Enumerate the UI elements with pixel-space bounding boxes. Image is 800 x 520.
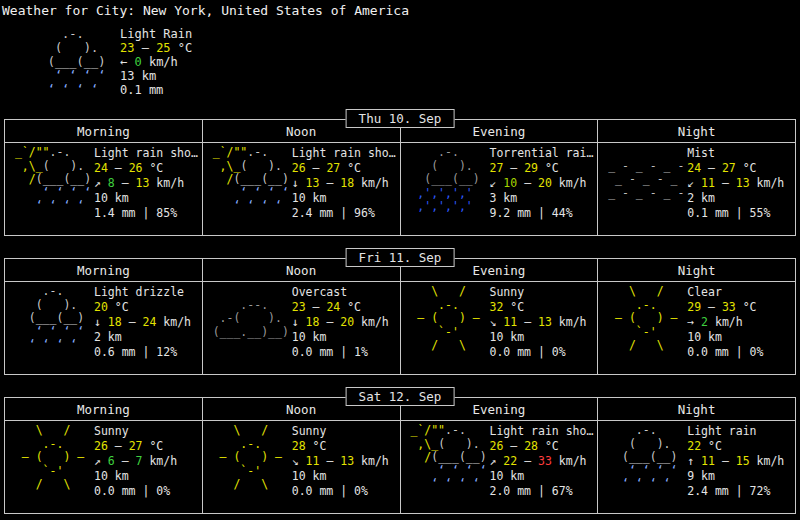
forecast-date: Sat 12. Sep	[346, 387, 455, 406]
current-condition-text: Light Rain	[120, 27, 192, 41]
period-header: Night	[598, 259, 796, 282]
visibility: 10 km	[490, 469, 594, 484]
wind: ↘ 11 – 13 km/h	[292, 454, 389, 469]
current-temperature: 23 – 25 °C	[120, 41, 192, 55]
period-cell: _`/"".-. ,\_( ). /(___(__) ‘ ‘ ‘ ‘ ‘ ‘ ‘…	[400, 421, 598, 514]
condition-text: Torrential rai…	[490, 146, 594, 161]
visibility: 10 km	[687, 330, 763, 345]
overcast-icon: .--. .-( ). (___.__)__)	[206, 285, 290, 353]
period-cell: _`/"".-. ,\_( ). /(___(__) ‘ ‘ ‘ ‘ ‘ ‘ ‘…	[5, 143, 203, 236]
current-visibility: 13 km	[120, 69, 192, 83]
precipitation: 1.4 mm | 85%	[94, 206, 198, 221]
page-title: Weather for City: New York, United State…	[0, 0, 800, 18]
sunny-icon: \ / .-. ― ( ) ― `-' / \	[8, 424, 92, 492]
condition-text: Clear	[687, 285, 763, 300]
current-precipitation: 0.1 mm	[120, 83, 192, 97]
current-wind: ← 0 km/h	[120, 55, 192, 69]
visibility: 10 km	[490, 330, 587, 345]
condition-text: Sunny	[490, 285, 587, 300]
temperature: 26 – 27 °C	[292, 161, 396, 176]
wind: ↗ 22 – 33 km/h	[490, 454, 594, 469]
precipitation: 0.0 mm | 0%	[687, 345, 763, 360]
condition-text: Overcast	[292, 285, 389, 300]
forecast-table: Morning Noon Evening Night .-. ( ). (___…	[4, 258, 796, 375]
period-cell: _`/"".-. ,\_( ). /(___(__) ‘ ‘ ‘ ‘ ‘ ‘ ‘…	[202, 143, 400, 236]
period-header: Morning	[5, 259, 203, 282]
visibility: 2 km	[94, 330, 191, 345]
light-drizzle-icon: .-. ( ). (___(__) ‘ ‘ ‘ ‘ ‘ ‘ ‘ ‘	[8, 285, 92, 353]
visibility: 3 km	[490, 191, 594, 206]
condition-text: Light rain sho…	[292, 146, 396, 161]
precipitation: 2.4 mm | 72%	[687, 484, 784, 499]
sunny-icon: \ / .-. ― ( ) ― `-' / \	[601, 285, 685, 353]
period-cell: \ / .-. ― ( ) ― `-' / \ Sunny 32 °C ↘ 11…	[400, 282, 598, 375]
wind: ↙ 11 – 13 km/h	[687, 176, 784, 191]
period-cell: .-. ( ). (___(__) ‘ ‘ ‘ ‘ ‘ ‘ ‘ ‘ Light …	[598, 421, 796, 514]
period-cell: \ / .-. ― ( ) ― `-' / \ Sunny 26 – 27 °C…	[5, 421, 203, 514]
forecast-day: Thu 10. Sep Morning Noon Evening Night _…	[4, 109, 796, 236]
period-cell: .-. ( ). (___(__) ‘ ‘ ‘ ‘ ‘ ‘ ‘ ‘ Light …	[5, 282, 203, 375]
temperature: 26 – 27 °C	[94, 439, 177, 454]
temperature: 24 – 27 °C	[687, 161, 784, 176]
condition-text: Light rain sho…	[94, 146, 198, 161]
precipitation: 2.4 mm | 96%	[292, 206, 396, 221]
visibility: 2 km	[687, 191, 784, 206]
temperature: 22 °C	[687, 439, 784, 454]
precipitation: 0.0 mm | 1%	[292, 345, 389, 360]
visibility: 9 km	[687, 469, 784, 484]
light-rain-shower-icon: _`/"".-. ,\_( ). /(___(__) ‘ ‘ ‘ ‘ ‘ ‘ ‘…	[8, 146, 92, 214]
wind: → 2 km/h	[687, 315, 763, 330]
period-cell: \ / .-. ― ( ) ― `-' / \ Clear 29 – 33 °C…	[598, 282, 796, 375]
precipitation: 9.2 mm | 44%	[490, 206, 594, 221]
forecast-table: Morning Noon Evening Night \ / .-. ― ( )…	[4, 397, 796, 514]
period-cell: \ / .-. ― ( ) ― `-' / \ Sunny 28 °C ↘ 11…	[202, 421, 400, 514]
wind: ↓ 13 – 18 km/h	[292, 176, 396, 191]
period-header: Morning	[5, 398, 203, 421]
light-rain-shower-icon: _`/"".-. ,\_( ). /(___(__) ‘ ‘ ‘ ‘ ‘ ‘ ‘…	[404, 424, 488, 492]
temperature: 29 – 33 °C	[687, 300, 763, 315]
condition-text: Light rain sho…	[490, 424, 594, 439]
precipitation: 0.6 mm | 12%	[94, 345, 191, 360]
precipitation: 2.0 mm | 67%	[490, 484, 594, 499]
period-cell: .--. .-( ). (___.__)__) Overcast 23 – 24…	[202, 282, 400, 375]
wind: ↗ 6 – 7 km/h	[94, 454, 177, 469]
wind: ↓ 18 – 24 km/h	[94, 315, 191, 330]
temperature: 24 – 26 °C	[94, 161, 198, 176]
mist-icon: _ - _ - _ - _ - _ - _ _ - _ - _ -	[601, 146, 685, 214]
precipitation: 0.1 mm | 55%	[687, 206, 784, 221]
visibility: 10 km	[94, 469, 177, 484]
forecast-table: Morning Noon Evening Night _`/"".-. ,\_(…	[4, 119, 796, 236]
period-header: Night	[598, 398, 796, 421]
wind: ↘ 11 – 13 km/h	[490, 315, 587, 330]
condition-text: Mist	[687, 146, 784, 161]
weather-report: Weather for City: New York, United State…	[0, 0, 800, 514]
temperature: 27 – 29 °C	[490, 161, 594, 176]
temperature: 32 °C	[490, 300, 587, 315]
period-header: Night	[598, 120, 796, 143]
temperature: 20 °C	[94, 300, 191, 315]
forecast-days: Thu 10. Sep Morning Noon Evening Night _…	[0, 109, 800, 514]
forecast-date: Thu 10. Sep	[346, 109, 455, 128]
forecast-date: Fri 11. Sep	[346, 248, 455, 267]
visibility: 10 km	[292, 330, 389, 345]
sunny-icon: \ / .-. ― ( ) ― `-' / \	[404, 285, 488, 353]
light-rain-shower-icon: _`/"".-. ,\_( ). /(___(__) ‘ ‘ ‘ ‘ ‘ ‘ ‘…	[206, 146, 290, 214]
temperature: 26 – 28 °C	[490, 439, 594, 454]
wind: ↑ 11 – 15 km/h	[687, 454, 784, 469]
visibility: 10 km	[292, 191, 396, 206]
temperature: 28 °C	[292, 439, 389, 454]
temperature: 23 – 24 °C	[292, 300, 389, 315]
sunny-icon: \ / .-. ― ( ) ― `-' / \	[206, 424, 290, 492]
wind: ↗ 8 – 13 km/h	[94, 176, 198, 191]
light-rain-icon: .-. ( ). (___(__) ‘ ‘ ‘ ‘ ‘ ‘ ‘ ‘	[26, 27, 110, 97]
condition-text: Sunny	[292, 424, 389, 439]
forecast-day: Sat 12. Sep Morning Noon Evening Night \…	[4, 387, 796, 514]
condition-text: Sunny	[94, 424, 177, 439]
precipitation: 0.0 mm | 0%	[490, 345, 587, 360]
torrential-rain-icon: .-. ( ). (___(__) ‚'‚'‚'‚' ‚'‚'‚'‚'	[404, 146, 488, 214]
precipitation: 0.0 mm | 0%	[94, 484, 177, 499]
visibility: 10 km	[292, 469, 389, 484]
wind: ↙ 10 – 20 km/h	[490, 176, 594, 191]
current-conditions: .-. ( ). (___(__) ‘ ‘ ‘ ‘ ‘ ‘ ‘ ‘ Light …	[26, 27, 800, 97]
wind: ↓ 18 – 20 km/h	[292, 315, 389, 330]
